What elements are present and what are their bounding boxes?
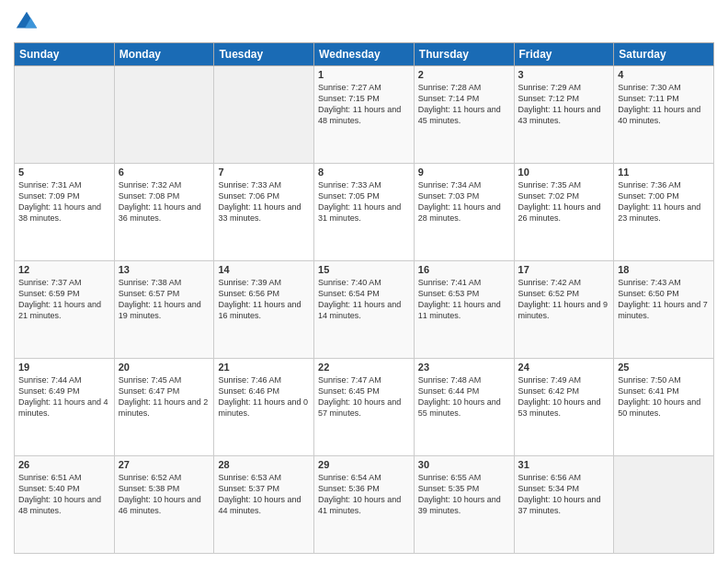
calendar-cell: 8Sunrise: 7:33 AM Sunset: 7:05 PM Daylig… [314, 164, 415, 261]
day-number: 29 [318, 459, 410, 470]
calendar-header-thursday: Thursday [414, 43, 514, 66]
day-number: 1 [318, 69, 410, 80]
day-info: Sunrise: 7:29 AM Sunset: 7:12 PM Dayligh… [518, 82, 610, 127]
day-number: 5 [18, 167, 110, 178]
day-info: Sunrise: 7:40 AM Sunset: 6:54 PM Dayligh… [318, 277, 410, 322]
calendar-cell: 22Sunrise: 7:47 AM Sunset: 6:45 PM Dayli… [314, 359, 415, 456]
calendar-cell: 29Sunrise: 6:54 AM Sunset: 5:36 PM Dayli… [314, 456, 415, 554]
calendar-cell: 23Sunrise: 7:48 AM Sunset: 6:44 PM Dayli… [414, 359, 514, 456]
calendar-week-row: 5Sunrise: 7:31 AM Sunset: 7:09 PM Daylig… [15, 164, 714, 261]
calendar-cell: 31Sunrise: 6:56 AM Sunset: 5:34 PM Dayli… [514, 456, 614, 554]
calendar-cell: 30Sunrise: 6:55 AM Sunset: 5:35 PM Dayli… [414, 456, 514, 554]
day-info: Sunrise: 7:36 AM Sunset: 7:00 PM Dayligh… [618, 179, 710, 224]
day-number: 30 [418, 459, 510, 470]
day-info: Sunrise: 7:50 AM Sunset: 6:41 PM Dayligh… [618, 374, 710, 419]
calendar-cell: 15Sunrise: 7:40 AM Sunset: 6:54 PM Dayli… [314, 261, 415, 359]
day-number: 16 [418, 264, 510, 275]
calendar-cell: 1Sunrise: 7:27 AM Sunset: 7:15 PM Daylig… [314, 66, 415, 164]
calendar-week-row: 12Sunrise: 7:37 AM Sunset: 6:59 PM Dayli… [15, 261, 714, 359]
calendar-header-wednesday: Wednesday [314, 43, 415, 66]
calendar-cell: 16Sunrise: 7:41 AM Sunset: 6:53 PM Dayli… [414, 261, 514, 359]
day-number: 12 [18, 264, 110, 275]
day-info: Sunrise: 7:34 AM Sunset: 7:03 PM Dayligh… [418, 179, 510, 224]
day-info: Sunrise: 7:42 AM Sunset: 6:52 PM Dayligh… [518, 277, 610, 322]
day-info: Sunrise: 6:53 AM Sunset: 5:37 PM Dayligh… [218, 472, 310, 517]
calendar-week-row: 26Sunrise: 6:51 AM Sunset: 5:40 PM Dayli… [15, 456, 714, 554]
day-info: Sunrise: 7:39 AM Sunset: 6:56 PM Dayligh… [218, 277, 310, 322]
day-number: 23 [418, 362, 510, 373]
calendar-cell: 19Sunrise: 7:44 AM Sunset: 6:49 PM Dayli… [15, 359, 115, 456]
day-number: 17 [518, 264, 610, 275]
day-info: Sunrise: 7:28 AM Sunset: 7:14 PM Dayligh… [418, 82, 510, 127]
day-info: Sunrise: 7:41 AM Sunset: 6:53 PM Dayligh… [418, 277, 510, 322]
logo [14, 9, 43, 35]
day-number: 15 [318, 264, 410, 275]
calendar-cell: 3Sunrise: 7:29 AM Sunset: 7:12 PM Daylig… [514, 66, 614, 164]
calendar-cell: 5Sunrise: 7:31 AM Sunset: 7:09 PM Daylig… [15, 164, 115, 261]
day-info: Sunrise: 7:49 AM Sunset: 6:42 PM Dayligh… [518, 374, 610, 419]
day-info: Sunrise: 7:37 AM Sunset: 6:59 PM Dayligh… [18, 277, 110, 322]
day-info: Sunrise: 7:38 AM Sunset: 6:57 PM Dayligh… [119, 277, 210, 322]
day-info: Sunrise: 7:45 AM Sunset: 6:47 PM Dayligh… [119, 374, 210, 419]
day-number: 8 [318, 167, 410, 178]
day-info: Sunrise: 7:44 AM Sunset: 6:49 PM Dayligh… [18, 374, 110, 419]
day-info: Sunrise: 7:33 AM Sunset: 7:06 PM Dayligh… [218, 179, 310, 224]
day-number: 7 [218, 167, 310, 178]
day-number: 10 [518, 167, 610, 178]
day-number: 2 [418, 69, 510, 80]
day-info: Sunrise: 7:27 AM Sunset: 7:15 PM Dayligh… [318, 82, 410, 127]
day-info: Sunrise: 7:30 AM Sunset: 7:11 PM Dayligh… [618, 82, 710, 127]
calendar-cell: 6Sunrise: 7:32 AM Sunset: 7:08 PM Daylig… [114, 164, 214, 261]
day-info: Sunrise: 7:47 AM Sunset: 6:45 PM Dayligh… [318, 374, 410, 419]
day-info: Sunrise: 7:43 AM Sunset: 6:50 PM Dayligh… [618, 277, 710, 322]
calendar-week-row: 1Sunrise: 7:27 AM Sunset: 7:15 PM Daylig… [15, 66, 714, 164]
calendar-header-saturday: Saturday [614, 43, 714, 66]
day-info: Sunrise: 6:52 AM Sunset: 5:38 PM Dayligh… [119, 472, 210, 517]
day-number: 28 [218, 459, 310, 470]
day-number: 4 [618, 69, 710, 80]
calendar-header-tuesday: Tuesday [214, 43, 314, 66]
day-info: Sunrise: 7:31 AM Sunset: 7:09 PM Dayligh… [18, 179, 110, 224]
calendar-table: SundayMondayTuesdayWednesdayThursdayFrid… [14, 42, 714, 554]
calendar-cell: 27Sunrise: 6:52 AM Sunset: 5:38 PM Dayli… [114, 456, 214, 554]
calendar-header-monday: Monday [114, 43, 214, 66]
calendar-cell: 21Sunrise: 7:46 AM Sunset: 6:46 PM Dayli… [214, 359, 314, 456]
day-info: Sunrise: 7:32 AM Sunset: 7:08 PM Dayligh… [119, 179, 210, 224]
day-number: 25 [618, 362, 710, 373]
day-number: 27 [119, 459, 210, 470]
calendar-cell: 10Sunrise: 7:35 AM Sunset: 7:02 PM Dayli… [514, 164, 614, 261]
calendar-cell [114, 66, 214, 164]
calendar-header-row: SundayMondayTuesdayWednesdayThursdayFrid… [15, 43, 714, 66]
day-number: 26 [18, 459, 110, 470]
calendar-week-row: 19Sunrise: 7:44 AM Sunset: 6:49 PM Dayli… [15, 359, 714, 456]
calendar-cell: 28Sunrise: 6:53 AM Sunset: 5:37 PM Dayli… [214, 456, 314, 554]
day-number: 9 [418, 167, 510, 178]
calendar-cell: 18Sunrise: 7:43 AM Sunset: 6:50 PM Dayli… [614, 261, 714, 359]
calendar-cell: 20Sunrise: 7:45 AM Sunset: 6:47 PM Dayli… [114, 359, 214, 456]
day-number: 13 [119, 264, 210, 275]
calendar-cell [614, 456, 714, 554]
calendar-cell: 9Sunrise: 7:34 AM Sunset: 7:03 PM Daylig… [414, 164, 514, 261]
calendar-header-sunday: Sunday [15, 43, 115, 66]
calendar-cell: 14Sunrise: 7:39 AM Sunset: 6:56 PM Dayli… [214, 261, 314, 359]
day-number: 6 [119, 167, 210, 178]
day-info: Sunrise: 6:54 AM Sunset: 5:36 PM Dayligh… [318, 472, 410, 517]
calendar-cell: 24Sunrise: 7:49 AM Sunset: 6:42 PM Dayli… [514, 359, 614, 456]
header [14, 9, 714, 35]
day-info: Sunrise: 7:33 AM Sunset: 7:05 PM Dayligh… [318, 179, 410, 224]
calendar-cell [15, 66, 115, 164]
calendar-cell: 4Sunrise: 7:30 AM Sunset: 7:11 PM Daylig… [614, 66, 714, 164]
day-info: Sunrise: 6:55 AM Sunset: 5:35 PM Dayligh… [418, 472, 510, 517]
calendar-cell: 26Sunrise: 6:51 AM Sunset: 5:40 PM Dayli… [15, 456, 115, 554]
day-number: 3 [518, 69, 610, 80]
day-number: 18 [618, 264, 710, 275]
day-info: Sunrise: 7:46 AM Sunset: 6:46 PM Dayligh… [218, 374, 310, 419]
calendar-header-friday: Friday [514, 43, 614, 66]
calendar-cell: 11Sunrise: 7:36 AM Sunset: 7:00 PM Dayli… [614, 164, 714, 261]
day-number: 21 [218, 362, 310, 373]
day-number: 24 [518, 362, 610, 373]
calendar-cell: 17Sunrise: 7:42 AM Sunset: 6:52 PM Dayli… [514, 261, 614, 359]
day-number: 11 [618, 167, 710, 178]
page: SundayMondayTuesdayWednesdayThursdayFrid… [0, 0, 728, 563]
day-info: Sunrise: 6:56 AM Sunset: 5:34 PM Dayligh… [518, 472, 610, 517]
